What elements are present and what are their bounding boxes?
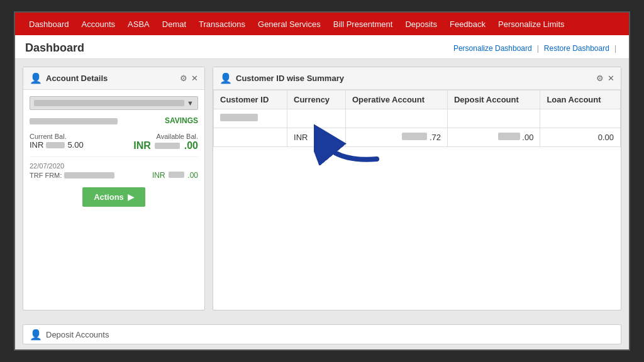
account-widget-title: Account Details (46, 74, 108, 83)
header-divider: | (537, 44, 539, 53)
txn-date: 22/07/2020 (30, 162, 198, 170)
summary-widget-settings[interactable]: ⚙ (596, 74, 604, 83)
available-bal-currency: INR (133, 140, 151, 151)
deposit-cell: .00 (447, 128, 540, 147)
operative-cell-empty (345, 109, 447, 128)
table-row-data: INR .72 .00 0.00 (214, 128, 621, 147)
bottom-strip: 👤 Deposit Accounts (15, 318, 629, 349)
account-selector-bar (34, 100, 184, 106)
account-widget-settings[interactable]: ⚙ (180, 74, 187, 83)
actions-button[interactable]: Actions ▶ (82, 187, 145, 207)
txn-amount: INR .00 (152, 171, 198, 180)
current-bal-section: Current Bal. INR 5.00 (30, 133, 84, 150)
summary-widget-title-row: 👤 Customer ID wise Summary (219, 72, 344, 84)
nav-dashboard[interactable]: Dashboard (23, 13, 75, 35)
deposit-widget-partial: 👤 Deposit Accounts (23, 324, 621, 344)
summary-widget-close[interactable]: ✕ (608, 74, 614, 83)
nav-general-services[interactable]: General Services (252, 13, 327, 35)
current-bal-currency: INR (30, 140, 43, 150)
txn-ref-mask (64, 172, 114, 178)
header-divider2: | (614, 44, 616, 53)
nav-bill-presentment[interactable]: Bill Presentment (327, 13, 399, 35)
operative-suffix: .72 (430, 133, 441, 142)
current-bal-label: Current Bal. (30, 133, 84, 140)
col-currency: Currency (287, 90, 346, 109)
deposit-mask (498, 133, 520, 140)
available-bal-amount: .00 (184, 140, 198, 151)
current-bal-value: INR 5.00 (30, 140, 84, 150)
nav-feedback[interactable]: Feedback (443, 13, 492, 35)
available-bal-label: Available Bal. (133, 133, 198, 140)
txn-amount-mask (169, 172, 184, 178)
main-content: 👤 Account Details ⚙ ✕ ▼ SAVINGS (15, 59, 629, 318)
summary-icon: 👤 (219, 72, 232, 84)
available-bal-value: INR .00 (133, 140, 198, 151)
navbar: Dashboard Accounts ASBA Demat Transactio… (15, 13, 629, 35)
summary-widget: 👤 Customer ID wise Summary ⚙ ✕ Customer … (213, 67, 621, 310)
current-bal-mask (46, 142, 65, 148)
deposit-widget-title: Deposit Accounts (46, 330, 109, 339)
deposit-cell-empty (447, 109, 540, 128)
actions-label: Actions (94, 192, 124, 202)
personalize-dashboard-link[interactable]: Personalize Dashboard (453, 44, 532, 53)
account-details-widget: 👤 Account Details ⚙ ✕ ▼ SAVINGS (23, 67, 205, 310)
balance-row: Current Bal. INR 5.00 Available Bal. INR (30, 133, 198, 151)
available-bal-section: Available Bal. INR .00 (133, 133, 198, 151)
summary-widget-header: 👤 Customer ID wise Summary ⚙ ✕ (213, 67, 621, 90)
summary-widget-title: Customer ID wise Summary (236, 74, 344, 83)
txn-label: TRF FRM: (30, 172, 114, 179)
page-header: Dashboard Personalize Dashboard | Restor… (15, 35, 629, 59)
deposit-suffix: .00 (522, 133, 533, 142)
account-widget-title-row: 👤 Account Details (30, 72, 108, 84)
available-bal-mask (155, 143, 180, 149)
col-deposit: Deposit Account (447, 90, 540, 109)
account-widget-controls: ⚙ ✕ (180, 74, 198, 83)
summary-widget-body: Customer ID Currency Operative Account D… (213, 90, 621, 147)
cust-id-mask (220, 114, 258, 121)
txn-label-text: TRF FRM: (30, 172, 62, 179)
cust-id-cell (214, 109, 287, 128)
account-icon: 👤 (30, 72, 42, 84)
account-selector[interactable]: ▼ (30, 96, 198, 110)
balance-divider (30, 156, 198, 157)
account-selector-arrow: ▼ (187, 99, 194, 107)
account-widget-close[interactable]: ✕ (191, 74, 198, 83)
currency-cell-empty (287, 109, 346, 128)
currency-cell: INR (287, 128, 346, 147)
summary-table-header-row: Customer ID Currency Operative Account D… (214, 90, 621, 109)
nav-personalize-limits[interactable]: Personalize Limits (492, 13, 571, 35)
nav-transactions[interactable]: Transactions (192, 13, 252, 35)
table-row-cust-id (214, 109, 621, 128)
loan-cell-empty (540, 109, 621, 128)
col-customer-id: Customer ID (214, 90, 287, 109)
page-title: Dashboard (25, 41, 84, 55)
col-operative: Operative Account (345, 90, 447, 109)
nav-deposits[interactable]: Deposits (399, 13, 443, 35)
current-bal-amount: 5.00 (67, 140, 83, 150)
actions-btn-row: Actions ▶ (30, 187, 198, 207)
nav-asba[interactable]: ASBA (121, 13, 156, 35)
savings-label: SAVINGS (165, 116, 198, 125)
txn-currency: INR (152, 171, 165, 180)
operative-mask (402, 133, 427, 140)
restore-dashboard-link[interactable]: Restore Dashboard (544, 44, 609, 53)
account-name-bar (30, 118, 118, 124)
summary-widget-controls: ⚙ ✕ (596, 74, 614, 83)
header-actions: Personalize Dashboard | Restore Dashboar… (453, 44, 619, 53)
nav-accounts[interactable]: Accounts (75, 13, 121, 35)
txn-row: TRF FRM: INR .00 (30, 171, 198, 180)
summary-table: Customer ID Currency Operative Account D… (213, 90, 621, 147)
deposit-icon-partial: 👤 (30, 329, 42, 341)
cust-id-data-cell (214, 128, 287, 147)
nav-demat[interactable]: Demat (156, 13, 192, 35)
loan-cell: 0.00 (540, 128, 621, 147)
operative-cell: .72 (345, 128, 447, 147)
account-widget-body: ▼ SAVINGS Current Bal. INR 5.00 (23, 90, 204, 310)
col-loan: Loan Account (540, 90, 621, 109)
actions-arrow-icon: ▶ (128, 192, 134, 202)
account-widget-header: 👤 Account Details ⚙ ✕ (23, 67, 204, 90)
txn-amount-val: .00 (187, 171, 198, 180)
